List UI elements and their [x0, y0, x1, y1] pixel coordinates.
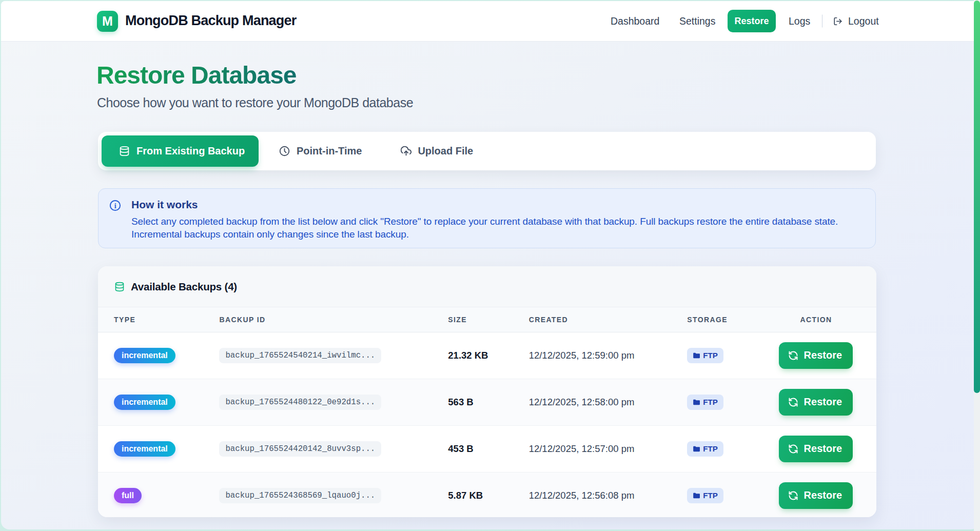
svg-text:i: i	[114, 202, 116, 210]
